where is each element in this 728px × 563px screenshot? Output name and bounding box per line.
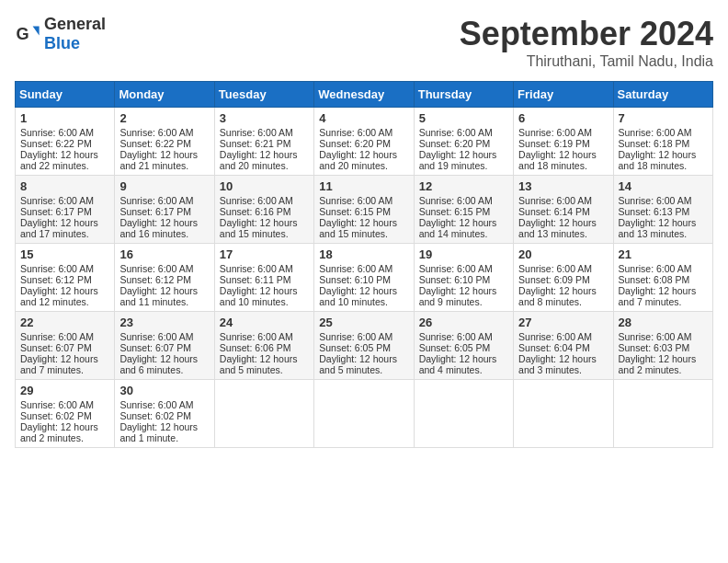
calendar-week-row: 8Sunrise: 6:00 AMSunset: 6:17 PMDaylight… xyxy=(16,176,713,244)
calendar-cell: 16Sunrise: 6:00 AMSunset: 6:12 PMDayligh… xyxy=(115,244,214,312)
sunset-text: Sunset: 6:02 PM xyxy=(119,410,191,421)
daylight-text: Daylight: 12 hours and 5 minutes. xyxy=(319,353,397,375)
day-number: 14 xyxy=(619,179,708,193)
calendar-table: SundayMondayTuesdayWednesdayThursdayFrid… xyxy=(15,81,713,448)
calendar-cell: 8Sunrise: 6:00 AMSunset: 6:17 PMDaylight… xyxy=(16,176,115,244)
calendar-cell: 21Sunrise: 6:00 AMSunset: 6:08 PMDayligh… xyxy=(613,244,712,312)
sunset-text: Sunset: 6:05 PM xyxy=(319,342,391,353)
logo-text: General Blue xyxy=(44,15,106,53)
sunset-text: Sunset: 6:10 PM xyxy=(319,274,391,285)
day-number: 17 xyxy=(220,247,309,261)
sunrise-text: Sunrise: 6:00 AM xyxy=(20,399,94,410)
day-header-sunday: Sunday xyxy=(16,82,115,108)
day-number: 25 xyxy=(319,316,408,329)
day-number: 24 xyxy=(220,316,309,329)
daylight-text: Daylight: 12 hours and 2 minutes. xyxy=(619,353,697,375)
day-number: 29 xyxy=(20,384,109,397)
calendar-cell: 29Sunrise: 6:00 AMSunset: 6:02 PMDayligh… xyxy=(16,380,115,448)
sunset-text: Sunset: 6:22 PM xyxy=(119,138,191,149)
daylight-text: Daylight: 12 hours and 17 minutes. xyxy=(20,217,98,239)
day-number: 12 xyxy=(419,179,508,193)
sunrise-text: Sunrise: 6:00 AM xyxy=(518,195,592,206)
day-number: 2 xyxy=(119,111,209,125)
header: G General Blue September 2024 Thiruthani… xyxy=(15,15,713,70)
calendar-cell: 12Sunrise: 6:00 AMSunset: 6:15 PMDayligh… xyxy=(414,176,513,244)
sunrise-text: Sunrise: 6:00 AM xyxy=(419,331,493,342)
daylight-text: Daylight: 12 hours and 4 minutes. xyxy=(419,353,497,375)
daylight-text: Daylight: 12 hours and 10 minutes. xyxy=(319,285,397,307)
sunrise-text: Sunrise: 6:00 AM xyxy=(518,263,592,274)
sunrise-text: Sunrise: 6:00 AM xyxy=(319,195,392,206)
sunrise-text: Sunrise: 6:00 AM xyxy=(119,195,193,206)
calendar-week-row: 15Sunrise: 6:00 AMSunset: 6:12 PMDayligh… xyxy=(16,244,713,312)
sunrise-text: Sunrise: 6:00 AM xyxy=(220,195,293,206)
daylight-text: Daylight: 12 hours and 22 minutes. xyxy=(20,149,98,171)
day-number: 16 xyxy=(119,247,209,261)
sunset-text: Sunset: 6:03 PM xyxy=(619,342,690,353)
day-number: 8 xyxy=(20,179,109,193)
calendar-cell xyxy=(214,380,313,448)
daylight-text: Daylight: 12 hours and 21 minutes. xyxy=(119,149,198,171)
daylight-text: Daylight: 12 hours and 11 minutes. xyxy=(119,285,198,307)
sunrise-text: Sunrise: 6:00 AM xyxy=(419,263,493,274)
calendar-cell: 10Sunrise: 6:00 AMSunset: 6:16 PMDayligh… xyxy=(214,176,313,244)
sunset-text: Sunset: 6:20 PM xyxy=(419,138,491,149)
sunrise-text: Sunrise: 6:00 AM xyxy=(20,195,94,206)
sunset-text: Sunset: 6:22 PM xyxy=(20,138,92,149)
day-header-friday: Friday xyxy=(514,82,613,108)
day-number: 13 xyxy=(518,179,608,193)
day-number: 4 xyxy=(319,111,408,125)
day-header-tuesday: Tuesday xyxy=(214,82,313,108)
sunrise-text: Sunrise: 6:00 AM xyxy=(619,195,692,206)
month-title: September 2024 xyxy=(460,15,713,53)
day-number: 20 xyxy=(518,247,608,261)
calendar-cell: 20Sunrise: 6:00 AMSunset: 6:09 PMDayligh… xyxy=(514,244,613,312)
calendar-cell: 30Sunrise: 6:00 AMSunset: 6:02 PMDayligh… xyxy=(115,380,214,448)
day-number: 19 xyxy=(419,247,508,261)
calendar-cell: 19Sunrise: 6:00 AMSunset: 6:10 PMDayligh… xyxy=(414,244,513,312)
sunset-text: Sunset: 6:11 PM xyxy=(220,274,291,285)
sunset-text: Sunset: 6:13 PM xyxy=(619,206,690,217)
logo-blue: Blue xyxy=(44,34,80,52)
sunset-text: Sunset: 6:09 PM xyxy=(518,274,590,285)
day-number: 11 xyxy=(319,179,408,193)
sunset-text: Sunset: 6:18 PM xyxy=(619,138,690,149)
calendar-cell: 23Sunrise: 6:00 AMSunset: 6:07 PMDayligh… xyxy=(115,312,214,380)
daylight-text: Daylight: 12 hours and 5 minutes. xyxy=(220,353,298,375)
calendar-week-row: 1Sunrise: 6:00 AMSunset: 6:22 PMDaylight… xyxy=(16,108,713,176)
logo-general: General xyxy=(44,15,106,33)
calendar-cell xyxy=(613,380,712,448)
sunrise-text: Sunrise: 6:00 AM xyxy=(220,127,293,138)
sunrise-text: Sunrise: 6:00 AM xyxy=(20,127,94,138)
day-header-saturday: Saturday xyxy=(613,82,712,108)
daylight-text: Daylight: 12 hours and 13 minutes. xyxy=(518,217,597,239)
sunset-text: Sunset: 6:15 PM xyxy=(419,206,491,217)
sunrise-text: Sunrise: 6:00 AM xyxy=(419,195,493,206)
day-number: 28 xyxy=(619,316,708,329)
sunset-text: Sunset: 6:17 PM xyxy=(20,206,92,217)
daylight-text: Daylight: 12 hours and 2 minutes. xyxy=(20,421,98,443)
calendar-cell xyxy=(314,380,414,448)
calendar-cell: 18Sunrise: 6:00 AMSunset: 6:10 PMDayligh… xyxy=(314,244,414,312)
daylight-text: Daylight: 12 hours and 13 minutes. xyxy=(619,217,697,239)
sunset-text: Sunset: 6:06 PM xyxy=(220,342,291,353)
day-number: 7 xyxy=(619,111,708,125)
sunrise-text: Sunrise: 6:00 AM xyxy=(518,331,592,342)
daylight-text: Daylight: 12 hours and 7 minutes. xyxy=(20,353,98,375)
calendar-cell: 28Sunrise: 6:00 AMSunset: 6:03 PMDayligh… xyxy=(613,312,712,380)
calendar-cell: 9Sunrise: 6:00 AMSunset: 6:17 PMDaylight… xyxy=(115,176,214,244)
sunrise-text: Sunrise: 6:00 AM xyxy=(119,399,193,410)
day-number: 21 xyxy=(619,247,708,261)
location-title: Thiruthani, Tamil Nadu, India xyxy=(460,53,713,70)
sunrise-text: Sunrise: 6:00 AM xyxy=(220,331,293,342)
sunset-text: Sunset: 6:02 PM xyxy=(20,410,92,421)
sunrise-text: Sunrise: 6:00 AM xyxy=(20,263,94,274)
day-number: 6 xyxy=(518,111,608,125)
sunrise-text: Sunrise: 6:00 AM xyxy=(220,263,293,274)
calendar-cell xyxy=(514,380,613,448)
svg-marker-1 xyxy=(33,27,40,36)
calendar-cell: 2Sunrise: 6:00 AMSunset: 6:22 PMDaylight… xyxy=(115,108,214,176)
calendar-cell: 13Sunrise: 6:00 AMSunset: 6:14 PMDayligh… xyxy=(514,176,613,244)
svg-text:G: G xyxy=(16,25,28,43)
calendar-cell: 4Sunrise: 6:00 AMSunset: 6:20 PMDaylight… xyxy=(314,108,414,176)
